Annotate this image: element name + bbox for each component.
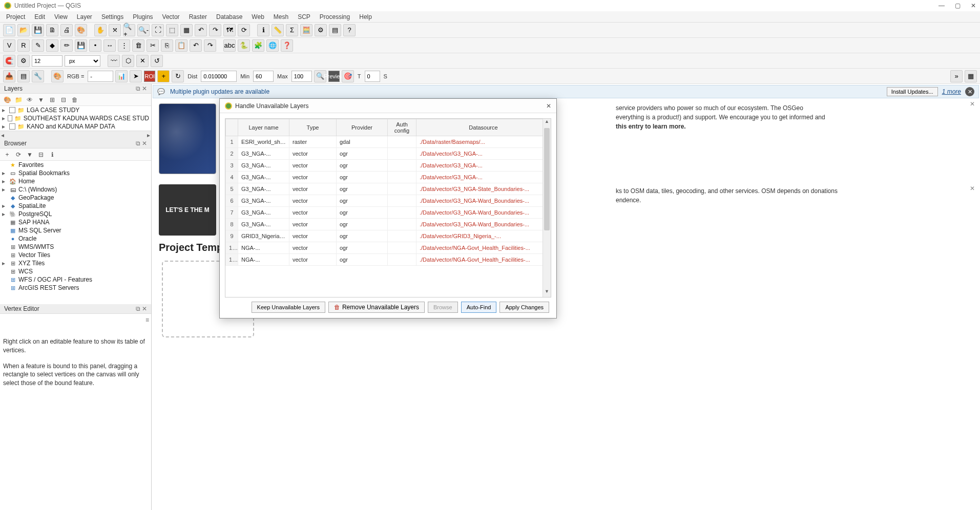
zoom-layer-icon[interactable]: ▦: [180, 24, 193, 36]
table-row[interactable]: 1ESRI_world_sha...rastergdal./Data/raste…: [226, 136, 551, 148]
add-vector-icon[interactable]: V: [3, 39, 15, 52]
style-manager-icon[interactable]: 🎨: [75, 24, 87, 36]
new-map-view-icon[interactable]: 🗺: [223, 24, 236, 36]
avoid-overlap-icon[interactable]: ✕: [136, 55, 149, 67]
menu-processing[interactable]: Processing: [316, 12, 354, 22]
layers-filter-icon[interactable]: ▼: [37, 96, 45, 104]
scp-classify-icon[interactable]: 🎯: [342, 70, 354, 82]
toggle-editing-icon[interactable]: ✏: [60, 39, 73, 52]
browser-item[interactable]: ⊞Vector Tiles: [0, 251, 151, 259]
window-maximize-button[interactable]: ▢: [955, 2, 961, 9]
col-datasource[interactable]: Datasource: [416, 119, 551, 136]
measure-icon[interactable]: 📏: [272, 24, 284, 36]
browser-filter-icon[interactable]: ▼: [26, 151, 34, 159]
apply-changes-button[interactable]: Apply Changes: [499, 302, 549, 313]
col-provider[interactable]: Provider: [337, 119, 388, 136]
save-as-icon[interactable]: 🗎: [46, 24, 58, 36]
menu-scp[interactable]: SCP: [294, 12, 315, 22]
unavailable-layers-table[interactable]: Layer name Type Provider Auth config Dat…: [225, 119, 551, 266]
zoom-out-icon[interactable]: 🔍-: [137, 24, 150, 36]
scp-rgb-icon[interactable]: 🎨: [51, 70, 64, 82]
col-auth-config[interactable]: Auth config: [388, 119, 416, 136]
scp-redo-icon[interactable]: ↻: [172, 70, 184, 82]
scp-roi-pointer-icon[interactable]: ➤: [130, 70, 142, 82]
browser-item[interactable]: ⊞WFS / OGC API - Features: [0, 275, 151, 284]
zoom-selection-icon[interactable]: ⬚: [166, 24, 178, 36]
menu-database[interactable]: Database: [212, 12, 246, 22]
self-snap-icon[interactable]: ↺: [151, 55, 163, 67]
menu-help[interactable]: Help: [355, 12, 376, 22]
browser-item[interactable]: ▸🐘PostgreSQL: [0, 210, 151, 218]
zoom-full-icon[interactable]: ⛶: [152, 24, 164, 36]
copy-icon[interactable]: ⎘: [161, 39, 173, 52]
window-close-button[interactable]: ✕: [971, 2, 976, 9]
table-row[interactable]: 7G3_NGA-...vectorogr./Data/vector/G3_NGA…: [226, 207, 551, 219]
table-row[interactable]: 11NGA-...vectorogr./Data/vector/NGA-Govt…: [226, 254, 551, 266]
vertex-menu-icon[interactable]: ≡: [145, 316, 149, 325]
identify-icon[interactable]: ℹ: [257, 24, 269, 36]
dialog-vscroll[interactable]: ▲ ▼: [543, 119, 551, 297]
help-whats-this-icon[interactable]: ❓: [281, 39, 293, 52]
table-row[interactable]: 6G3_NGA-...vectorogr./Data/vector/G3_NGA…: [226, 195, 551, 207]
vertex-undock-icon[interactable]: ⧉: [136, 305, 140, 312]
browser-item[interactable]: ⊞WMS/WMTS: [0, 243, 151, 251]
zoom-in-icon[interactable]: 🔍+: [123, 24, 135, 36]
browser-item[interactable]: ▸▭Spatial Bookmarks: [0, 169, 151, 177]
more-notifications-link[interactable]: 1 more: [942, 88, 961, 95]
paste-icon[interactable]: 📋: [175, 39, 187, 52]
zoom-next-icon[interactable]: ↷: [209, 24, 221, 36]
menu-raster[interactable]: Raster: [185, 12, 211, 22]
min-input[interactable]: [253, 71, 274, 82]
undo-icon[interactable]: ↶: [190, 39, 202, 52]
zoom-last-icon[interactable]: ↶: [195, 24, 207, 36]
layer-group-item[interactable]: ▸📁KANO and KADUNA MAP DATA: [0, 122, 151, 131]
menu-edit[interactable]: Edit: [30, 12, 49, 22]
layer-group-item[interactable]: ▸📁SOUTHEAST KADUNA WARDS CASE STUD: [0, 114, 151, 122]
delete-selected-icon[interactable]: 🗑: [132, 39, 144, 52]
browser-undock-icon[interactable]: ⧉: [136, 140, 140, 147]
scp-dock-icon[interactable]: ▦: [965, 70, 977, 82]
layers-expand-icon[interactable]: ⊞: [48, 96, 56, 104]
table-row[interactable]: 8G3_NGA-...vectorogr./Data/vector/G3_NGA…: [226, 219, 551, 230]
layers-visibility-icon[interactable]: 👁: [26, 96, 34, 104]
add-feature-icon[interactable]: •: [89, 39, 101, 52]
menu-plugins[interactable]: Plugins: [129, 12, 157, 22]
move-feature-icon[interactable]: ↔: [103, 39, 116, 52]
table-row[interactable]: 2G3_NGA-...vectorogr./Data/vector/G3_NGA…: [226, 148, 551, 160]
col-layer-name[interactable]: Layer name: [238, 119, 289, 136]
remove-layers-button[interactable]: 🗑Remove Unavailable Layers: [328, 302, 425, 313]
pan-selection-icon[interactable]: ⤧: [109, 24, 121, 36]
auto-find-button[interactable]: Auto-Find: [461, 302, 497, 313]
scp-more-icon[interactable]: »: [950, 70, 963, 82]
statistics-icon[interactable]: Σ: [286, 24, 298, 36]
browser-item[interactable]: ▸◆SpatiaLite: [0, 202, 151, 210]
help-icon[interactable]: ?: [343, 24, 356, 36]
new-shapefile-icon[interactable]: ✎: [32, 39, 44, 52]
menu-project[interactable]: Project: [2, 12, 29, 22]
layers-close-icon[interactable]: ✕: [142, 85, 147, 92]
menu-web[interactable]: Web: [247, 12, 268, 22]
menu-layer[interactable]: Layer: [73, 12, 96, 22]
scp-tools-icon[interactable]: 🔧: [32, 70, 44, 82]
scp-plus-icon[interactable]: +: [157, 70, 170, 82]
scroll-down-icon[interactable]: ▼: [543, 289, 551, 297]
layers-style-icon[interactable]: 🎨: [3, 96, 11, 104]
menu-settings[interactable]: Settings: [97, 12, 128, 22]
menu-vector[interactable]: Vector: [158, 12, 184, 22]
new-geopackage-icon[interactable]: ◆: [46, 39, 58, 52]
browser-refresh-icon[interactable]: ⟳: [14, 151, 23, 159]
trace-icon[interactable]: 〰: [108, 55, 120, 67]
cut-icon[interactable]: ✂: [147, 39, 159, 52]
window-minimize-button[interactable]: —: [939, 2, 945, 9]
col-type[interactable]: Type: [289, 119, 337, 136]
table-row[interactable]: 4G3_NGA-...vectorogr./Data/vector/G3_NGA…: [226, 172, 551, 183]
osm-icon[interactable]: 🌐: [266, 39, 279, 52]
table-row[interactable]: 3G3_NGA-...vectorogr./Data/vector/G3_NGA…: [226, 160, 551, 172]
news-thumbnail-1[interactable]: [159, 103, 216, 174]
menu-view[interactable]: View: [50, 12, 72, 22]
plugin-manager-icon[interactable]: 🧩: [252, 39, 264, 52]
browser-collapse-icon[interactable]: ⊟: [37, 151, 45, 159]
dist-input[interactable]: [201, 71, 237, 82]
browser-item[interactable]: ◆GeoPackage: [0, 194, 151, 202]
save-edits-icon[interactable]: 💾: [75, 39, 87, 52]
